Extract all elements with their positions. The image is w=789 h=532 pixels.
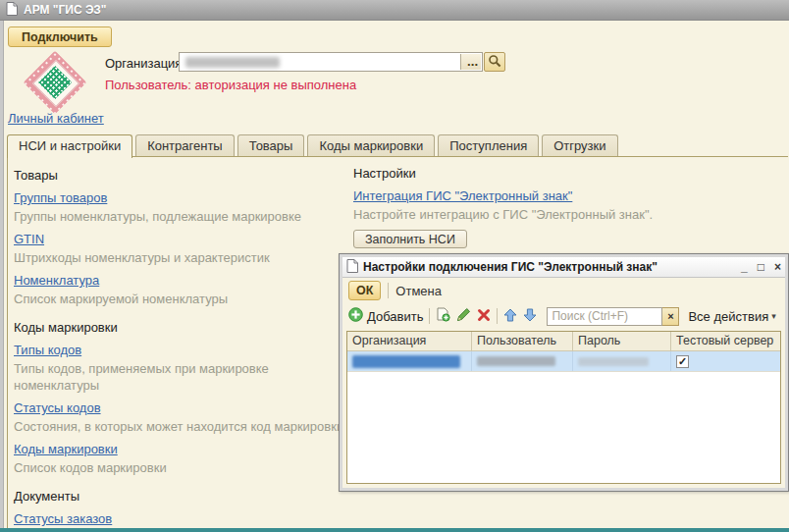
cell-organization	[347, 351, 472, 371]
tab-receipts[interactable]: Поступления	[438, 134, 539, 156]
desc-code-types: Типы кодов, применяемых при маркировке н…	[14, 360, 347, 394]
dialog-window-buttons: _ □ ×	[741, 260, 781, 274]
table-row[interactable]: ✓	[347, 351, 780, 372]
dialog-command-bar: ОК Отмена	[342, 278, 785, 303]
organization-label: Организация:	[105, 56, 185, 71]
emblem-logo	[24, 51, 86, 114]
table-empty-area	[347, 372, 780, 483]
connection-settings-dialog: Настройки подключения ГИС "Электронный з…	[339, 253, 789, 492]
search-field-group: ×	[547, 307, 679, 326]
clear-search-button[interactable]: ×	[662, 307, 679, 326]
pencil-icon	[456, 307, 471, 325]
search-icon	[488, 54, 501, 71]
tab-bar: НСИ и настройки Контрагенты Товары Коды …	[7, 134, 618, 158]
user-status-text: Пользователь: авторизация не выполнена	[105, 78, 356, 92]
window-left-border	[0, 21, 4, 532]
organization-input[interactable]: ...	[179, 52, 483, 72]
close-icon[interactable]: ×	[774, 260, 781, 274]
edit-button[interactable]	[456, 307, 471, 325]
link-code-statuses[interactable]: Статусы кодов	[14, 399, 347, 416]
copy-document-icon	[436, 307, 450, 325]
desc-code-statuses: Состояния, в которых может находится код…	[14, 418, 347, 435]
tab-counterparties[interactable]: Контрагенты	[135, 134, 235, 156]
column-header-user[interactable]: Пользователь	[472, 332, 573, 350]
tab-products[interactable]: Товары	[237, 134, 305, 156]
settings-panel: Настройки Интеграция ГИС "Электронный зн…	[353, 159, 677, 248]
toolbar-separator	[388, 283, 389, 298]
dialog-title: Настройки подключения ГИС "Электронный з…	[363, 260, 658, 274]
move-up-button[interactable]	[503, 308, 517, 325]
all-actions-button[interactable]: Все действия ▾	[688, 309, 775, 324]
column-header-test-server[interactable]: Тестовый сервер	[671, 332, 780, 350]
section-title-marking-codes: Коды маркировки	[14, 319, 347, 336]
arrow-down-icon	[523, 308, 537, 325]
cancel-button[interactable]: Отмена	[395, 284, 442, 298]
dialog-titlebar: Настройки подключения ГИС "Электронный з…	[342, 257, 785, 277]
chevron-down-icon: ▾	[771, 311, 776, 321]
delete-button[interactable]	[477, 308, 491, 325]
user-cell-redacted	[477, 356, 555, 366]
integration-link[interactable]: Интеграция ГИС "Электронный знак"	[353, 187, 677, 204]
delete-x-icon	[477, 308, 491, 325]
section-title-products: Товары	[14, 167, 347, 184]
window-titlebar: АРМ "ГИС ЭЗ"	[0, 0, 789, 21]
desc-nomenclature: Список маркируемой номенклатуры	[14, 291, 347, 307]
search-input[interactable]	[547, 307, 662, 326]
organization-search-button[interactable]	[484, 52, 505, 72]
settings-title: Настройки	[353, 165, 677, 182]
copy-button[interactable]	[436, 307, 450, 325]
cell-password	[573, 351, 671, 371]
tab-nsi-and-settings[interactable]: НСИ и настройки	[7, 134, 132, 158]
link-nomenclature[interactable]: Номенклатура	[14, 272, 347, 289]
link-order-statuses[interactable]: Статусы заказов	[14, 510, 347, 527]
add-button-label: Добавить	[367, 309, 423, 324]
all-actions-label: Все действия	[688, 309, 768, 324]
fill-nsi-button[interactable]: Заполнить НСИ	[353, 230, 467, 248]
column-header-organization[interactable]: Организация	[347, 332, 472, 350]
column-header-password[interactable]: Пароль	[573, 332, 671, 350]
connections-table: Организация Пользователь Пароль Тестовый…	[346, 331, 781, 484]
organization-cell-redacted	[352, 355, 460, 368]
move-down-button[interactable]	[523, 308, 537, 325]
ok-button[interactable]: ОК	[348, 281, 381, 300]
minimize-icon[interactable]: _	[741, 260, 748, 274]
document-icon	[6, 2, 18, 19]
dialog-toolbar: Добавить	[342, 303, 785, 329]
cell-user	[472, 351, 573, 371]
personal-cabinet-link[interactable]: Личный кабинет	[8, 111, 104, 126]
add-icon	[348, 307, 363, 325]
left-panel: Товары Группы товаров Группы номенклатур…	[14, 159, 347, 532]
arrow-up-icon	[503, 308, 517, 325]
maximize-icon[interactable]: □	[758, 260, 764, 274]
desc-marking-codes: Список кодов маркировки	[14, 459, 347, 476]
table-header-row: Организация Пользователь Пароль Тестовый…	[347, 332, 780, 351]
cell-test-server: ✓	[671, 351, 780, 371]
toolbar-separator	[497, 308, 498, 324]
desc-product-groups: Группы номенклатуры, подлежащие маркиров…	[14, 208, 347, 225]
link-gtin[interactable]: GTIN	[14, 231, 347, 247]
document-icon	[346, 259, 358, 276]
connect-button[interactable]: Подключить	[8, 27, 112, 47]
section-title-documents: Документы	[14, 488, 347, 505]
toolbar-separator	[429, 308, 430, 324]
app-window: АРМ "ГИС ЭЗ" Подключить Организация: ...…	[0, 0, 789, 532]
desc-gtin: Штрихкоды номенклатуры и характеристик	[14, 249, 347, 266]
add-button[interactable]: Добавить	[348, 307, 423, 325]
tab-shipments[interactable]: Отгрузки	[542, 134, 617, 156]
integration-desc: Настройте интеграцию с ГИС "Электронный …	[353, 206, 677, 223]
test-server-checkbox[interactable]: ✓	[676, 355, 689, 368]
link-product-groups[interactable]: Группы товаров	[14, 189, 347, 206]
organization-ellipsis-button[interactable]: ...	[460, 54, 481, 70]
window-title: АРМ "ГИС ЭЗ"	[24, 3, 107, 17]
link-code-types[interactable]: Типы кодов	[14, 342, 347, 358]
tab-marking-codes[interactable]: Коды маркировки	[307, 134, 435, 156]
password-cell-redacted	[578, 357, 649, 366]
dialog-body: ОК Отмена Добавить	[342, 277, 785, 488]
link-marking-codes[interactable]: Коды маркировки	[14, 441, 347, 457]
organization-value-redacted	[185, 57, 280, 68]
